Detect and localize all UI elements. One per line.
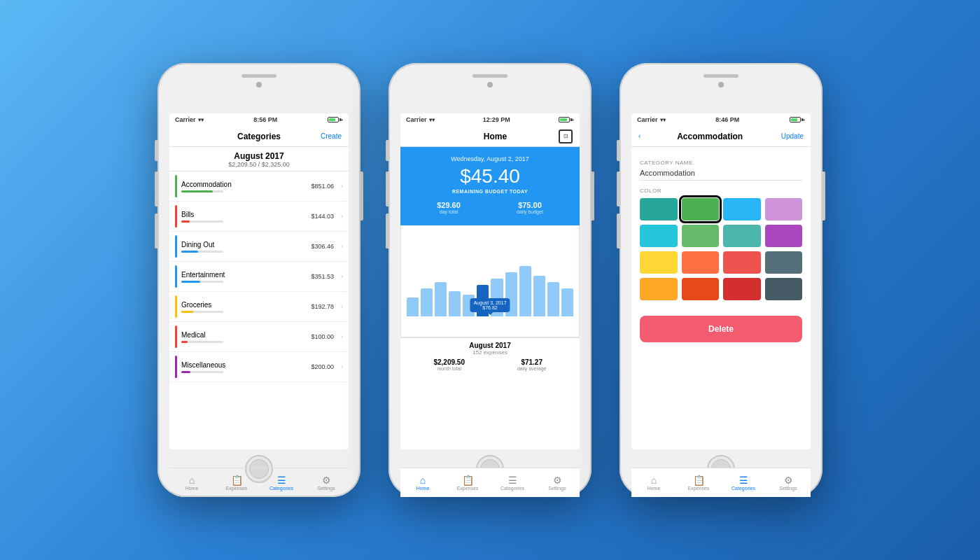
- budget-date: Wednesday, August 2, 2017: [409, 155, 571, 162]
- nav-title-categories: Categories: [201, 132, 317, 141]
- tooltip-amount: $76.82: [473, 305, 506, 310]
- category-progress-fill: [181, 341, 188, 343]
- chart-bar: [533, 276, 545, 317]
- category-item[interactable]: Medical $100.00 ›: [169, 322, 349, 352]
- category-name-input[interactable]: Accommodation: [640, 169, 802, 181]
- color-swatch-9[interactable]: [682, 251, 720, 274]
- color-swatch-1[interactable]: [682, 198, 720, 220]
- volume-down-button[interactable]: [155, 214, 158, 248]
- color-swatch-6[interactable]: [723, 225, 761, 247]
- summary-subtitle: 152 expenses: [407, 349, 573, 356]
- nav-bar-accommodation: ‹ Accommodation Update: [631, 126, 811, 147]
- color-swatch-14[interactable]: [723, 278, 761, 300]
- category-item[interactable]: Groceries $192.78 ›: [169, 292, 349, 322]
- status-bar: Carrier ▾▾ 8:56 PM +: [169, 113, 349, 126]
- battery-icon: [328, 117, 339, 122]
- power-button[interactable]: [822, 172, 825, 220]
- category-progress-fill: [181, 220, 190, 223]
- category-item[interactable]: Accommodation $851.06 ›: [169, 172, 349, 202]
- phone-camera: [256, 82, 262, 88]
- month-header: August 2017 $2,209.50 / $2,325.00: [169, 147, 349, 172]
- create-button[interactable]: Create: [317, 132, 342, 140]
- volume-up-button[interactable]: [617, 172, 620, 206]
- category-name: Miscellaneous: [181, 361, 307, 369]
- chart-bar: [547, 282, 559, 317]
- color-swatch-0[interactable]: [640, 198, 678, 220]
- chevron-right-icon: ›: [341, 213, 343, 220]
- category-info: Accommodation: [181, 181, 307, 192]
- budget-card: Wednesday, August 2, 2017 $45.40 REMAINI…: [400, 147, 580, 225]
- time-label: 12:29 PM: [483, 116, 510, 123]
- color-swatch-15[interactable]: [765, 278, 803, 300]
- category-name: Groceries: [181, 301, 307, 309]
- chart-bar: [519, 266, 531, 316]
- category-amount: $144.03: [311, 213, 334, 220]
- volume-down-button[interactable]: [617, 214, 620, 248]
- color-swatch-10[interactable]: [723, 251, 761, 274]
- battery-icon: [790, 117, 801, 122]
- color-swatch-3[interactable]: [765, 198, 803, 220]
- color-swatch-13[interactable]: [682, 278, 720, 300]
- battery-icon: [559, 117, 570, 122]
- category-name: Accommodation: [181, 181, 307, 188]
- category-progress-bar: [181, 251, 223, 253]
- screen-categories: Carrier ▾▾ 8:56 PM + Categories Create A…: [169, 113, 349, 449]
- category-item[interactable]: Dining Out $306.46 ›: [169, 232, 349, 262]
- volume-down-button[interactable]: [386, 214, 388, 248]
- category-progress-bar: [181, 220, 223, 223]
- category-info: Entertainment: [181, 271, 307, 283]
- power-button[interactable]: [592, 172, 594, 220]
- category-item[interactable]: Entertainment $351.53 ›: [169, 262, 349, 292]
- category-amount: $192.78: [311, 303, 334, 310]
- phone-categories: Carrier ▾▾ 8:56 PM + Categories Create A…: [158, 63, 360, 497]
- category-item[interactable]: Bills $144.03 ›: [169, 202, 349, 232]
- category-name: Entertainment: [181, 271, 307, 279]
- category-progress-fill: [181, 190, 213, 192]
- color-swatch-7[interactable]: [765, 225, 803, 247]
- volume-up-button[interactable]: [155, 172, 158, 206]
- category-name: Bills: [181, 211, 307, 218]
- color-swatch-11[interactable]: [765, 251, 803, 274]
- category-item[interactable]: Miscellaneous $200.00 ›: [169, 352, 349, 382]
- tooltip-date: August 3, 2017: [473, 300, 506, 305]
- category-progress-fill: [181, 371, 190, 373]
- chevron-right-icon: ›: [341, 183, 343, 190]
- budget-label: REMAINING BUDGET TODAY: [409, 189, 571, 194]
- color-swatch-4[interactable]: [640, 225, 678, 247]
- chevron-right-icon: ›: [341, 333, 343, 340]
- delete-button[interactable]: Delete: [640, 316, 802, 342]
- wifi-icon: ▾▾: [198, 117, 204, 123]
- chart-bar: [561, 288, 573, 317]
- color-grid: [640, 198, 802, 300]
- nav-title-home: Home: [432, 132, 559, 141]
- color-swatch-8[interactable]: [640, 251, 678, 274]
- status-bar-home: Carrier ▾▾ 12:29 PM +: [400, 113, 580, 126]
- update-button[interactable]: Update: [779, 132, 804, 140]
- phone-camera: [487, 82, 493, 88]
- category-info: Dining Out: [181, 241, 307, 253]
- category-info: Medical: [181, 331, 307, 343]
- color-swatch-5[interactable]: [682, 225, 720, 247]
- mute-button[interactable]: [617, 140, 620, 161]
- accommodation-form: Category Name Accommodation COLOR: [631, 147, 811, 307]
- volume-up-button[interactable]: [386, 172, 388, 206]
- category-color-bar: [175, 235, 177, 258]
- category-color-bar: [175, 265, 177, 288]
- wifi-icon: ▾▾: [429, 117, 435, 123]
- color-swatch-12[interactable]: [640, 278, 678, 300]
- category-amount: $351.53: [311, 273, 334, 280]
- mute-button[interactable]: [386, 140, 388, 161]
- month-title: August 2017: [169, 151, 349, 161]
- category-name-label: Category Name: [640, 160, 802, 166]
- chart-bar: [449, 291, 461, 316]
- category-color-bar: [175, 326, 177, 348]
- mute-button[interactable]: [155, 140, 158, 161]
- color-swatch-2[interactable]: [723, 198, 761, 220]
- color-label: COLOR: [640, 188, 802, 194]
- category-amount: $306.46: [311, 243, 334, 250]
- budget-amount: $45.40: [409, 165, 571, 188]
- chart-bar: [435, 282, 447, 317]
- expand-icon[interactable]: ⊡: [559, 130, 573, 144]
- power-button[interactable]: [360, 172, 363, 220]
- month-subtitle: $2,209.50 / $2,325.00: [169, 161, 349, 168]
